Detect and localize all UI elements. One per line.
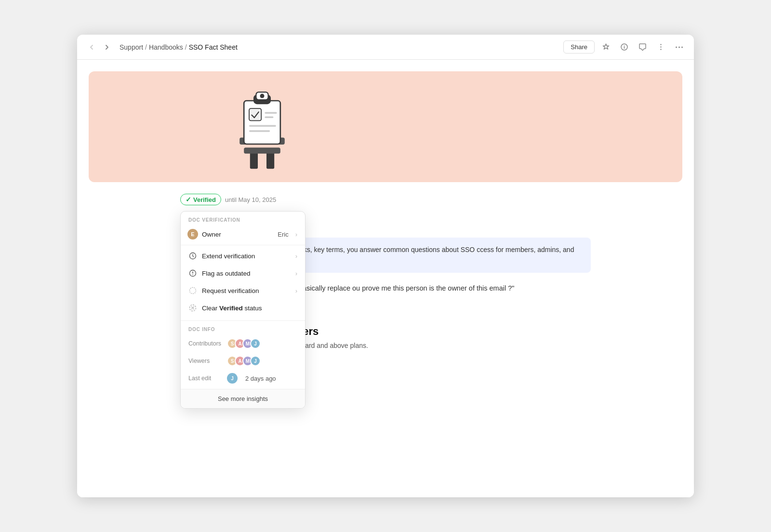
breadcrumb-sep2: /: [185, 43, 187, 51]
hero-banner: [89, 71, 682, 182]
star-button[interactable]: [598, 40, 613, 54]
svg-point-1: [624, 45, 625, 46]
svg-point-2: [660, 44, 661, 45]
svg-rect-18: [265, 116, 273, 118]
app-window: Support / Handbooks / SSO Fact Sheet Sha…: [77, 35, 694, 497]
clear-status-item[interactable]: Clear Verified status: [181, 299, 305, 317]
svg-point-3: [660, 46, 661, 47]
svg-point-23: [192, 274, 193, 275]
svg-rect-10: [244, 147, 280, 154]
breadcrumb: Support / Handbooks / SSO Fact Sheet: [120, 43, 563, 51]
verified-check-icon: ✓: [186, 196, 191, 203]
svg-rect-12: [244, 101, 280, 144]
viewers-avatars[interactable]: S A M J: [227, 356, 261, 366]
viewers-label: Viewers: [188, 358, 222, 364]
svg-point-24: [190, 288, 196, 294]
divider-1: [181, 245, 305, 245]
verified-badge-row: ✓ Verified until May 10, 2025 DOC VERIFI…: [180, 194, 591, 205]
share-button[interactable]: Share: [563, 40, 595, 53]
doc-area: ✓ Verified until May 10, 2025 DOC VERIFI…: [169, 194, 602, 392]
owner-item[interactable]: E Owner Eric ›: [181, 226, 305, 243]
breadcrumb-handbooks[interactable]: Handbooks: [149, 43, 183, 51]
clear-icon: [188, 304, 197, 312]
verified-label: Verified: [193, 196, 216, 203]
clear-label: Clear Verified status: [202, 305, 297, 312]
comment-button[interactable]: [635, 40, 650, 54]
flag-outdated-item[interactable]: Flag as outdated ›: [181, 265, 305, 282]
request-icon: [188, 286, 197, 295]
contributors-row: Contributors S A M J: [181, 335, 305, 352]
svg-point-6: [678, 46, 680, 48]
verified-badge[interactable]: ✓ Verified: [180, 194, 221, 205]
breadcrumb-support[interactable]: Support: [120, 43, 143, 51]
doc-info-section: DOC INFO Contributors S A M J: [181, 323, 305, 389]
nav-buttons: [85, 40, 114, 54]
request-verification-item[interactable]: Request verification ›: [181, 282, 305, 299]
back-button[interactable]: [85, 40, 98, 54]
extend-icon: [188, 252, 197, 260]
owner-label: Owner: [202, 231, 273, 238]
flag-label: Flag as outdated: [202, 270, 291, 277]
forward-button[interactable]: [100, 40, 114, 54]
contributors-avatars[interactable]: S A M J: [227, 338, 261, 349]
svg-point-5: [676, 46, 677, 48]
flag-icon: [188, 269, 197, 278]
doc-verification-label: DOC VERIFICATION: [181, 217, 305, 226]
viewer-avatar-4: J: [250, 356, 261, 366]
hero-illustration: [224, 83, 301, 170]
svg-point-4: [660, 49, 661, 50]
svg-rect-19: [249, 125, 276, 127]
owner-name: Eric: [278, 231, 288, 238]
menu-button[interactable]: [653, 40, 668, 54]
request-label: Request verification: [202, 287, 291, 294]
last-edit-label: Last edit: [188, 375, 222, 382]
svg-point-7: [681, 46, 683, 48]
extend-label: Extend verification: [202, 253, 291, 260]
doc-verification-section: DOC VERIFICATION E Owner Eric ›: [181, 212, 305, 319]
dropdown-panel: DOC VERIFICATION E Owner Eric ›: [180, 211, 306, 409]
last-edit-row: Last edit J 2 days ago: [181, 370, 305, 387]
verified-until: until May 10, 2025: [225, 196, 276, 203]
see-more-insights-button[interactable]: See more insights: [181, 389, 305, 408]
svg-rect-17: [265, 112, 277, 114]
doc-info-label: DOC INFO: [181, 327, 305, 335]
last-edit-time: 2 days ago: [245, 375, 276, 382]
owner-icon: E: [188, 230, 197, 239]
svg-rect-20: [249, 130, 270, 132]
extend-verification-item[interactable]: Extend verification ›: [181, 247, 305, 265]
viewers-row: Viewers S A M J: [181, 352, 305, 370]
extend-chevron-icon: ›: [295, 253, 297, 260]
request-chevron-icon: ›: [295, 287, 297, 294]
last-edit-avatar: J: [227, 373, 238, 384]
breadcrumb-sep1: /: [145, 43, 147, 51]
contributors-label: Contributors: [188, 340, 222, 347]
svg-rect-16: [249, 108, 261, 120]
owner-avatar: E: [187, 229, 198, 239]
flag-chevron-icon: ›: [295, 270, 297, 277]
owner-chevron-icon: ›: [295, 231, 297, 238]
svg-point-15: [260, 94, 265, 98]
contributor-avatar-4: J: [250, 338, 261, 349]
titlebar-actions: Share: [563, 40, 686, 54]
info-button[interactable]: [617, 40, 631, 54]
breadcrumb-current: SSO Fact Sheet: [189, 43, 238, 51]
page-content: ✓ Verified until May 10, 2025 DOC VERIFI…: [77, 60, 694, 497]
divider-2: [181, 320, 305, 321]
titlebar: Support / Handbooks / SSO Fact Sheet Sha…: [77, 35, 694, 60]
more-button[interactable]: [672, 40, 686, 54]
